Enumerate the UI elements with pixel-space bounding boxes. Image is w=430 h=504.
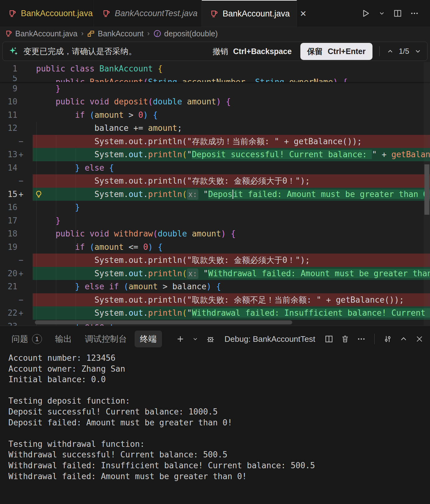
code-line-13[interactable]: 13+ System.out.println("Deposit successf… <box>0 148 430 161</box>
code-line-20[interactable]: 20+ System.out.println(x: "Withdrawal fa… <box>0 267 430 280</box>
run-dropdown-chevron-icon[interactable] <box>378 10 385 17</box>
terminal-actions: Debug: BankAccountTest <box>176 334 424 344</box>
line-gutter: 22+ <box>0 306 33 320</box>
code-line-9[interactable]: 9 } <box>0 82 430 95</box>
indent-guide <box>36 122 37 326</box>
line-gutter: 19 <box>0 241 33 254</box>
split-terminal-icon[interactable] <box>325 335 333 343</box>
split-editor-icon[interactable] <box>393 9 402 18</box>
code-editor: 变更已完成，请确认是否采纳。 撤销Ctrl+Backspace 保留Ctrl+E… <box>0 40 430 326</box>
change-position: 1/5 <box>399 47 409 56</box>
code-line-diff[interactable]: − System.out.println("取款失败: 余额不足！当前余额: "… <box>0 293 430 307</box>
code-line-16[interactable]: 16 } <box>0 201 430 214</box>
run-button[interactable] <box>361 9 370 18</box>
java-file-icon <box>8 9 16 18</box>
previous-change-icon[interactable] <box>386 48 394 55</box>
line-gutter: 15+ <box>0 188 33 201</box>
terminal-dropdown-chevron-icon[interactable] <box>192 336 198 342</box>
indent-guide <box>56 135 56 326</box>
terminal-line <box>8 385 427 396</box>
breadcrumb-method[interactable]: f deposit(double) <box>153 29 218 38</box>
code-line-17[interactable]: 17 } <box>0 214 430 227</box>
close-tab-icon[interactable]: ✕ <box>300 9 307 19</box>
breadcrumb-file[interactable]: BankAccount.java <box>5 29 77 38</box>
terminal-line <box>8 428 427 439</box>
code-line-19[interactable]: 19 if (amount <= 0) { <box>0 241 430 254</box>
divider <box>379 46 380 56</box>
code-line-diff[interactable]: − System.out.println("取款失败: 金额必须大于0！"); <box>0 254 430 267</box>
line-gutter: 13+ <box>0 148 33 161</box>
terminal-more-actions-icon[interactable] <box>357 335 366 343</box>
terminal-line: Account owner: Zhang San <box>8 364 427 374</box>
terminal-line: Withdrawal failed: Amount must be greate… <box>8 471 427 482</box>
code-line-1[interactable]: 1public class BankAccount { <box>0 62 430 76</box>
code-line-15[interactable]: 15+ System.out.println(x: "Deposit faile… <box>0 188 430 201</box>
terminal-output[interactable]: Account number: 123456Account owner: Zha… <box>8 353 427 482</box>
line-gutter: − <box>0 135 33 148</box>
code-line-diff[interactable]: − System.out.println("存款成功！当前余额: " + get… <box>0 135 430 148</box>
code-line-21[interactable]: 21 } else if (amount > balance) { <box>0 280 430 293</box>
terminal-line: Testing withdrawal function: <box>8 439 427 450</box>
panel-tab-bar: 问题 1 输出 调试控制台 终端 Debug: BankAccountTest <box>0 326 430 350</box>
line-gutter: 23 <box>0 320 33 326</box>
tab-bankaccouont-java[interactable]: BankAccouont.java <box>0 0 94 27</box>
code-line-14[interactable]: 14 } else { <box>0 161 430 175</box>
vertical-scrollbar[interactable] <box>424 62 430 326</box>
scrollbar-thumb[interactable] <box>424 164 429 215</box>
line-gutter: 5 <box>0 76 33 82</box>
chevron-right-icon: › <box>81 30 84 38</box>
indent-guide <box>76 148 76 326</box>
keep-button[interactable]: 保留Ctrl+Enter <box>300 43 372 60</box>
lightbulb-icon[interactable] <box>35 190 43 199</box>
panel-layout-filter-icon[interactable] <box>383 335 392 343</box>
breadcrumb-class[interactable]: BankAccount <box>87 29 143 38</box>
line-gutter: 14 <box>0 161 33 175</box>
line-gutter: 16 <box>0 201 33 214</box>
terminal-line: Deposit successful! Current balance: 100… <box>8 406 427 417</box>
panel-tab-problems[interactable]: 问题 1 <box>6 331 47 347</box>
new-terminal-icon[interactable] <box>176 335 185 343</box>
line-gutter: 9 <box>0 82 33 95</box>
code-line-diff[interactable]: − System.out.println("存款失败: 金额必须大于0！"); <box>0 174 430 188</box>
terminal-line: Withdrawal successful! Current balance: … <box>8 449 427 460</box>
horizontal-scrollbar[interactable] <box>35 320 292 324</box>
line-gutter: 18 <box>0 227 33 241</box>
inline-chat-banner: 变更已完成，请确认是否采纳。 撤销Ctrl+Backspace 保留Ctrl+E… <box>2 42 428 61</box>
panel-tab-terminal[interactable]: 终端 <box>135 331 162 347</box>
tab-bankaccounttest-java[interactable]: BankAccountTest.java <box>94 0 202 27</box>
tab-bankaccount-java-active[interactable]: BankAccount.java ✕ <box>202 0 297 27</box>
code-line-5[interactable]: 5 public BankAccount(String accountNumbe… <box>0 76 430 82</box>
line-gutter: 17 <box>0 214 33 227</box>
code-line-22[interactable]: 22+ System.out.println("Withdrawal faile… <box>0 306 430 320</box>
next-change-icon[interactable] <box>414 48 422 55</box>
terminal-line: Withdrawal failed: Insufficient balance!… <box>8 460 427 471</box>
line-gutter: 11 <box>0 108 33 122</box>
undo-button[interactable]: 撤销Ctrl+Backspace <box>211 46 294 57</box>
code-line-18[interactable]: 18 public void withdraw(double amount) { <box>0 227 430 241</box>
close-panel-icon[interactable] <box>415 335 424 343</box>
line-gutter: 10 <box>0 95 33 108</box>
line-gutter: − <box>0 254 33 267</box>
tab-label: BankAccountTest.java <box>115 9 197 18</box>
tab-label: BankAccouont.java <box>21 9 93 18</box>
banner-message: 变更已完成，请确认是否采纳。 <box>23 46 136 57</box>
terminal-line: Testing deposit function: <box>8 396 427 406</box>
line-gutter: 12 <box>0 121 33 135</box>
sparkle-icon <box>8 46 19 57</box>
problems-count-badge: 1 <box>32 334 42 344</box>
code-line-12[interactable]: 12 balance += amount; <box>0 121 430 135</box>
code-line-11[interactable]: 11 if (amount > 0) { <box>0 108 430 122</box>
code-line-10[interactable]: 10 public void deposit(double amount) { <box>0 95 430 108</box>
debug-terminal-icon <box>206 334 215 344</box>
maximize-panel-icon[interactable] <box>400 335 408 343</box>
panel-tab-output[interactable]: 输出 <box>50 331 77 347</box>
java-file-icon <box>102 9 110 18</box>
code-area: 1public class BankAccount {5 public Bank… <box>0 62 430 326</box>
terminal-session-label[interactable]: Debug: BankAccountTest <box>224 334 315 344</box>
kill-terminal-trash-icon[interactable] <box>341 335 349 343</box>
breadcrumb: BankAccount.java › BankAccount › f depos… <box>0 27 430 40</box>
panel-tab-debug-console[interactable]: 调试控制台 <box>80 331 132 347</box>
bottom-panel: 问题 1 输出 调试控制台 终端 Debug: BankAccountTest <box>0 326 430 504</box>
line-gutter: 20+ <box>0 267 33 280</box>
more-actions-icon[interactable] <box>410 9 419 18</box>
